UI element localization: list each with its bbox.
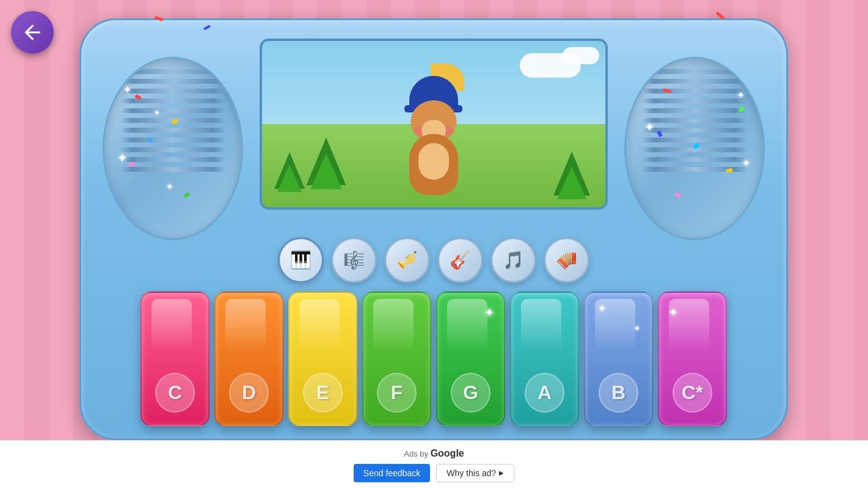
- speaker-right: ✦ ✦ ✦: [624, 57, 765, 240]
- monkey-belly: [418, 143, 449, 180]
- flute-icon: 🎵: [503, 250, 524, 270]
- sparkle-b2: ✦: [633, 323, 641, 333]
- confetti-top2: [203, 24, 211, 30]
- instruments-row: 🎹 🎼 🎺 🎸 🎵 🪗: [278, 237, 589, 283]
- sparkle-cstar: ✦: [668, 305, 679, 320]
- monkey-body: [409, 134, 458, 195]
- key-g-shine: [447, 299, 487, 351]
- sparkle-b: ✦: [597, 302, 607, 315]
- xylophone-icon: 🎼: [343, 250, 365, 270]
- piano-keys-container: C D E F G ✦ A B ✦ ✦: [140, 292, 727, 426]
- why-ad-icon: ▶: [499, 469, 504, 476]
- key-cstar[interactable]: C* ✦: [658, 292, 727, 426]
- back-button[interactable]: [11, 11, 54, 54]
- key-b-label: B: [599, 373, 638, 413]
- tree: [553, 152, 590, 196]
- send-feedback-button[interactable]: Send feedback: [354, 464, 430, 482]
- speaker-grille-right: [636, 69, 753, 228]
- key-a-label: A: [525, 373, 564, 413]
- key-c-label: C: [155, 373, 195, 413]
- tree: [274, 152, 305, 189]
- key-e-shine: [299, 299, 339, 351]
- key-e[interactable]: E: [288, 292, 357, 426]
- key-g[interactable]: G ✦: [436, 292, 505, 426]
- key-e-label: E: [303, 373, 343, 413]
- why-ad-button[interactable]: Why this ad? ▶: [436, 464, 514, 482]
- key-f[interactable]: F: [362, 292, 431, 426]
- accordion-icon: 🪗: [556, 250, 577, 270]
- ad-buttons: Send feedback Why this ad? ▶: [354, 464, 514, 482]
- key-d[interactable]: D: [214, 292, 283, 426]
- key-cstar-label: C*: [673, 373, 712, 413]
- trees-right: [556, 155, 587, 192]
- instrument-guitar-btn[interactable]: 🎸: [437, 237, 483, 283]
- screen-trees: [274, 152, 341, 189]
- speaker-grille-left: [115, 69, 231, 228]
- key-f-shine: [373, 299, 413, 351]
- key-d-shine: [225, 299, 265, 351]
- key-c-shine: [151, 299, 191, 351]
- guitar-icon: 🎸: [450, 250, 471, 270]
- instrument-xylophone-btn[interactable]: 🎼: [331, 237, 377, 283]
- game-screen: [260, 39, 608, 210]
- speaker-left: ✦ ✦ ✦ ✦: [103, 57, 243, 240]
- google-label: Google: [431, 448, 464, 458]
- key-d-label: D: [229, 373, 269, 413]
- saxophone-icon: 🎺: [396, 250, 418, 270]
- ad-bar: Ads by Google Send feedback Why this ad?…: [0, 440, 868, 489]
- piano-icon: 🎹: [290, 250, 312, 270]
- sparkle-g: ✦: [484, 305, 495, 321]
- screen-container: 🎹 🎼 🎺 🎸 🎵 🪗: [260, 39, 608, 210]
- key-c[interactable]: C: [140, 292, 210, 426]
- ads-by-label: Ads by Google: [404, 448, 464, 459]
- instrument-piano-btn[interactable]: 🎹: [278, 237, 324, 283]
- back-arrow-icon: [21, 21, 44, 44]
- instrument-saxophone-btn[interactable]: 🎺: [384, 237, 430, 283]
- key-a[interactable]: A: [510, 292, 579, 426]
- key-a-shine: [521, 299, 561, 351]
- key-g-label: G: [451, 373, 491, 413]
- key-f-label: F: [377, 373, 417, 413]
- tree: [307, 138, 346, 185]
- key-b[interactable]: B ✦ ✦: [584, 292, 653, 426]
- ads-by-text: Ads by: [404, 449, 428, 458]
- cloud-2: [563, 47, 599, 64]
- instrument-flute-btn[interactable]: 🎵: [491, 237, 536, 283]
- piano-device: ✦ ✦ ✦ ✦ ✦ ✦ ✦: [79, 18, 788, 440]
- monkey-character: [391, 73, 476, 195]
- why-ad-label: Why this ad?: [447, 468, 496, 478]
- instrument-accordion-btn[interactable]: 🪗: [544, 237, 589, 283]
